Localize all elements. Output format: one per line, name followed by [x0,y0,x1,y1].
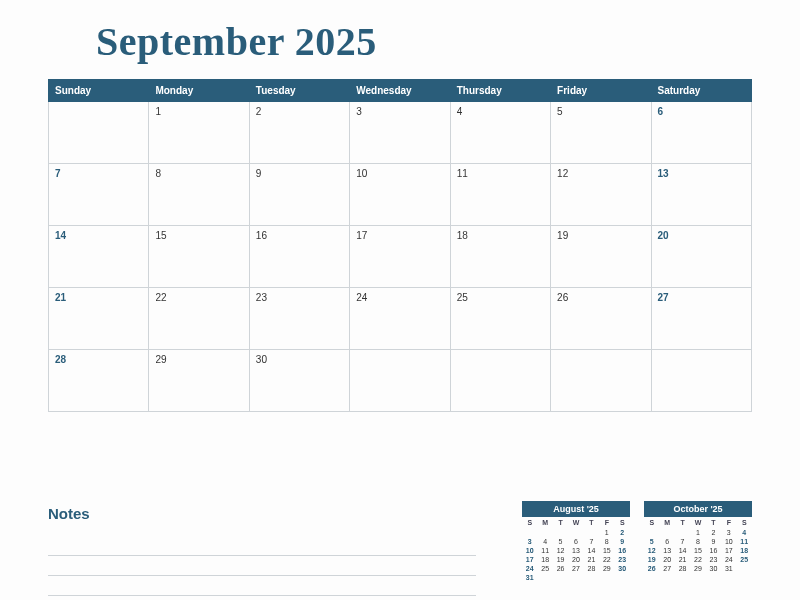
mini-day-cell: 23 [615,555,630,564]
mini-day-header: W [690,517,705,528]
day-cell[interactable]: 21 [49,288,149,350]
mini-day-cell: 9 [706,537,721,546]
day-cell[interactable]: 11 [450,164,550,226]
day-cell[interactable]: 2 [249,102,349,164]
day-cell[interactable]: 20 [651,226,751,288]
mini-day-cell: 12 [644,546,659,555]
day-cell[interactable]: 9 [249,164,349,226]
day-cell[interactable]: 23 [249,288,349,350]
mini-day-cell: 29 [599,564,614,573]
mini-day-cell: 20 [568,555,583,564]
day-cell[interactable]: 25 [450,288,550,350]
mini-day-cell [568,528,583,537]
mini-day-cell [644,528,659,537]
mini-day-cell: 17 [721,546,736,555]
day-cell[interactable]: 19 [551,226,651,288]
mini-day-cell: 22 [690,555,705,564]
mini-day-cell: 2 [706,528,721,537]
mini-day-cell: 3 [522,537,537,546]
mini-day-cell: 26 [553,564,568,573]
mini-day-cell: 10 [721,537,736,546]
mini-day-cell: 8 [599,537,614,546]
mini-day-cell: 4 [537,537,552,546]
day-cell[interactable] [350,350,450,412]
mini-day-cell [553,528,568,537]
day-cell[interactable]: 16 [249,226,349,288]
mini-day-cell: 5 [553,537,568,546]
mini-day-header: T [553,517,568,528]
day-cell[interactable]: 5 [551,102,651,164]
day-cell[interactable]: 22 [149,288,249,350]
mini-day-cell: 18 [737,546,752,555]
day-cell[interactable]: 10 [350,164,450,226]
mini-day-cell: 29 [690,564,705,573]
mini-day-cell: 19 [553,555,568,564]
day-cell[interactable]: 4 [450,102,550,164]
mini-day-cell: 7 [584,537,599,546]
mini-day-cell: 13 [659,546,674,555]
note-line[interactable] [48,580,476,596]
mini-day-cell: 23 [706,555,721,564]
mini-day-cell: 19 [644,555,659,564]
day-cell[interactable]: 29 [149,350,249,412]
mini-day-cell [615,573,630,582]
mini-day-cell: 9 [615,537,630,546]
day-cell[interactable]: 24 [350,288,450,350]
mini-day-header: M [659,517,674,528]
day-cell[interactable]: 18 [450,226,550,288]
mini-day-cell [675,528,690,537]
mini-day-cell [737,564,752,573]
mini-day-cell: 14 [675,546,690,555]
mini-day-cell: 22 [599,555,614,564]
day-cell[interactable]: 28 [49,350,149,412]
day-cell[interactable] [651,350,751,412]
mini-day-header: T [584,517,599,528]
day-cell[interactable]: 26 [551,288,651,350]
day-cell[interactable]: 8 [149,164,249,226]
day-cell[interactable]: 15 [149,226,249,288]
day-cell[interactable]: 14 [49,226,149,288]
mini-day-cell [522,528,537,537]
mini-day-cell: 13 [568,546,583,555]
day-cell[interactable]: 7 [49,164,149,226]
mini-day-cell: 1 [599,528,614,537]
mini-day-cell: 2 [615,528,630,537]
mini-day-cell: 24 [522,564,537,573]
mini-day-cell: 14 [584,546,599,555]
mini-day-cell: 28 [675,564,690,573]
day-cell[interactable]: 27 [651,288,751,350]
day-cell[interactable] [49,102,149,164]
mini-day-cell: 17 [522,555,537,564]
mini-day-cell: 31 [721,564,736,573]
mini-day-cell: 26 [644,564,659,573]
day-cell[interactable]: 13 [651,164,751,226]
day-cell[interactable] [450,350,550,412]
day-cell[interactable]: 3 [350,102,450,164]
mini-day-header: M [537,517,552,528]
day-cell[interactable]: 30 [249,350,349,412]
mini-day-cell: 15 [690,546,705,555]
note-line[interactable] [48,540,476,556]
day-cell[interactable]: 12 [551,164,651,226]
day-cell[interactable]: 17 [350,226,450,288]
mini-day-cell [599,573,614,582]
day-cell[interactable]: 1 [149,102,249,164]
mini-day-cell: 5 [644,537,659,546]
mini-day-cell: 6 [659,537,674,546]
mini-day-cell: 28 [584,564,599,573]
mini-day-cell: 3 [721,528,736,537]
mini-day-cell: 4 [737,528,752,537]
mini-day-cell: 6 [568,537,583,546]
day-cell[interactable] [551,350,651,412]
mini-day-cell: 30 [615,564,630,573]
day-cell[interactable]: 6 [651,102,751,164]
mini-day-header: F [599,517,614,528]
mini-day-cell: 12 [553,546,568,555]
mini-day-cell [659,528,674,537]
mini-day-cell [584,573,599,582]
calendar-grid: Sunday Monday Tuesday Wednesday Thursday… [48,79,752,412]
note-line[interactable] [48,560,476,576]
mini-day-header: S [522,517,537,528]
mini-day-cell: 16 [706,546,721,555]
day-header: Tuesday [249,80,349,102]
